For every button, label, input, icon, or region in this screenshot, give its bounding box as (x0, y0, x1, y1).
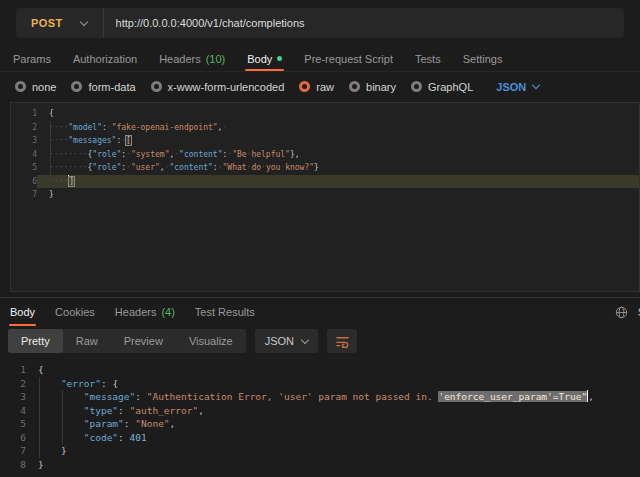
radio-icon (411, 81, 422, 92)
response-language-selector[interactable]: JSON (255, 329, 318, 353)
method-selector[interactable]: POST (16, 8, 103, 38)
body-type-radio-graphql[interactable]: GraphQL (411, 81, 473, 93)
tab-label: Test Results (195, 306, 255, 318)
line-number: 3 (11, 134, 37, 148)
code-line-7[interactable]: 7} (11, 188, 639, 202)
line-number: 1 (0, 363, 26, 377)
response-section: BodyCookiesHeaders(4)Test Results S Pret… (0, 297, 640, 471)
matched-bracket: [ (126, 136, 131, 145)
radio-icon (15, 81, 26, 92)
line-number: 5 (11, 161, 37, 175)
tab-label: Authorization (73, 53, 137, 65)
code-line-3[interactable]: 3····"messages":·[ (11, 134, 639, 148)
radio-label: binary (366, 81, 396, 93)
code-line-5[interactable]: 5········{"role":·"user",·"content":·"Wh… (11, 161, 639, 175)
line-content: ········{"role":·"system",·"content":·"B… (37, 148, 639, 162)
postman-app: POST ParamsAuthorizationHeaders(10)BodyP… (0, 0, 640, 477)
request-tab-pre-request-script[interactable]: Pre-request Script (293, 46, 404, 71)
body-type-radio-none[interactable]: none (15, 81, 56, 93)
response-tabs: BodyCookiesHeaders(4)Test Results S (0, 298, 640, 326)
matched-bracket: ] (69, 177, 74, 186)
line-content: "error": { (26, 377, 640, 391)
request-tab-headers[interactable]: Headers(10) (148, 46, 236, 71)
code-line-4[interactable]: 4 "type": "auth_error", (0, 404, 640, 418)
chevron-down-icon (79, 17, 87, 25)
tab-label: Body (10, 306, 35, 318)
radio-icon (151, 81, 162, 92)
radio-icon (299, 81, 310, 92)
code-line-5[interactable]: 5 "param": "None", (0, 417, 640, 431)
body-type-radio-binary[interactable]: binary (349, 81, 396, 93)
request-tab-params[interactable]: Params (2, 46, 62, 71)
indent-guide (50, 121, 51, 189)
tab-label: Params (13, 53, 51, 65)
code-line-1[interactable]: 1{ (0, 363, 640, 377)
response-meta-right: S (615, 298, 640, 326)
request-tab-tests[interactable]: Tests (404, 46, 452, 71)
response-tab-cookies[interactable]: Cookies (45, 298, 105, 326)
view-tab-pretty[interactable]: Pretty (8, 329, 63, 353)
line-content: } (26, 444, 640, 458)
code-line-6[interactable]: 6····] (11, 175, 639, 189)
request-tab-body[interactable]: Body (236, 46, 293, 71)
radio-label: raw (316, 81, 334, 93)
selected-text: 'enforce_user_param'=True" (438, 391, 587, 402)
radio-icon (349, 81, 360, 92)
request-body-editor[interactable]: 1{2····"model":·"fake-openai-endpoint",·… (10, 102, 640, 292)
body-type-radio-form-data[interactable]: form-data (71, 81, 135, 93)
line-content: { (37, 107, 639, 121)
response-tab-test-results[interactable]: Test Results (185, 298, 265, 326)
code-line-7[interactable]: 7 } (0, 444, 640, 458)
tab-label: Body (247, 53, 272, 65)
code-line-2[interactable]: 2····"model":·"fake-openai-endpoint",· (11, 121, 639, 135)
line-number: 4 (11, 148, 37, 162)
tab-count-badge: (10) (206, 53, 226, 65)
radio-label: GraphQL (428, 81, 473, 93)
tab-label: Pre-request Script (304, 53, 393, 65)
code-line-1[interactable]: 1{ (11, 107, 639, 121)
body-type-row: noneform-datax-www-form-urlencodedrawbin… (0, 72, 640, 101)
tab-label: Headers (115, 306, 157, 318)
request-tab-authorization[interactable]: Authorization (62, 46, 148, 71)
unsaved-changes-dot-icon (277, 56, 282, 61)
line-content: } (26, 458, 640, 472)
tab-label: Headers (159, 53, 201, 65)
body-type-radio-x-www-form-urlencoded[interactable]: x-www-form-urlencoded (151, 81, 285, 93)
request-url-row: POST (0, 0, 640, 46)
code-line-2[interactable]: 2 "error": { (0, 377, 640, 391)
line-number: 2 (0, 377, 26, 391)
line-number: 7 (11, 188, 37, 202)
code-line-4[interactable]: 4········{"role":·"system",·"content":·"… (11, 148, 639, 162)
view-tab-raw[interactable]: Raw (63, 329, 111, 353)
request-tab-settings[interactable]: Settings (452, 46, 514, 71)
line-number: 2 (11, 121, 37, 135)
body-type-radio-raw[interactable]: raw (299, 81, 334, 93)
line-number: 7 (0, 444, 26, 458)
chevron-down-icon (532, 81, 540, 89)
line-content: ····"model":·"fake-openai-endpoint",· (37, 121, 639, 135)
radio-label: form-data (88, 81, 135, 93)
line-number: 8 (0, 458, 26, 472)
code-line-3[interactable]: 3 "message": "Authentication Error, 'use… (0, 390, 640, 404)
line-number: 6 (11, 175, 37, 189)
code-line-6[interactable]: 6 "code": 401 (0, 431, 640, 445)
wrap-lines-button[interactable] (327, 329, 357, 353)
request-language-label: JSON (496, 81, 526, 93)
response-language-label: JSON (265, 335, 294, 347)
url-input[interactable] (104, 17, 624, 29)
line-content: } (37, 188, 639, 202)
tab-label: Cookies (55, 306, 95, 318)
line-content: "code": 401 (26, 431, 640, 445)
globe-icon[interactable] (615, 306, 628, 319)
code-line-8[interactable]: 8} (0, 458, 640, 472)
line-content: "message": "Authentication Error, 'user'… (26, 390, 640, 404)
response-tab-body[interactable]: Body (0, 298, 45, 326)
view-tab-visualize[interactable]: Visualize (176, 329, 246, 353)
radio-icon (71, 81, 82, 92)
response-tab-headers[interactable]: Headers(4) (105, 298, 185, 326)
method-label: POST (31, 17, 63, 29)
radio-label: none (32, 81, 56, 93)
request-language-selector[interactable]: JSON (496, 81, 539, 93)
response-body-viewer[interactable]: 1{2 "error": {3 "message": "Authenticati… (0, 363, 640, 471)
view-tab-preview[interactable]: Preview (111, 329, 176, 353)
